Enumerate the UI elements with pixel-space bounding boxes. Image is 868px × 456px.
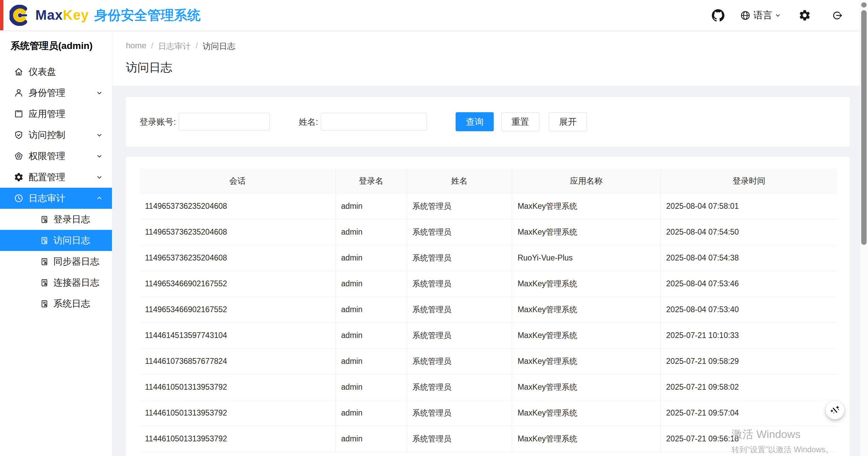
settings-icon[interactable] [798,9,811,22]
sidebar-item-label: 访问日志 [53,234,90,247]
chevron-down-icon [774,12,781,19]
cell-name: 系统管理员 [407,271,512,297]
table-row: 1149653736235204608 admin 系统管理员 MaxKey管理… [140,219,837,245]
cell-login-time: 2025-07-21 09:58:02 [660,374,837,400]
sidebar-item-label: 访问控制 [29,129,65,141]
chevron-down-icon [96,173,103,181]
logout-icon[interactable] [832,10,843,21]
sidebar-item-label: 登录日志 [53,213,90,225]
col-session: 会话 [140,169,335,193]
cell-session: 1149653466902167552 [140,271,335,297]
language-selector[interactable]: 语言 [740,9,781,22]
apps-icon [14,109,24,119]
log-table-panel: 会话 登录名 姓名 应用名称 登录时间 1149653736235204608 … [126,157,850,456]
breadcrumb-home[interactable]: home [126,41,146,52]
sidebar-item-applications[interactable]: 应用管理 [0,103,112,124]
cell-app-name: MaxKey管理系统 [512,400,661,426]
windows-activation-watermark: 激活 Windows 转到“设置”以激活 Windows。 [732,427,833,455]
sidebar-item-system-log[interactable]: 系统日志 [0,293,112,314]
cell-name: 系统管理员 [407,374,512,400]
sidebar-item-synchronizer-log[interactable]: 同步器日志 [0,251,112,272]
brand-key: Key [63,7,89,22]
table-row: 1149653736235204608 admin 系统管理员 MaxKey管理… [140,193,837,219]
table-row: 1144610501313953792 admin 系统管理员 MaxKey管理… [140,374,837,400]
cell-session: 1144614513597743104 [140,322,335,348]
sidebar-item-login-log[interactable]: 登录日志 [0,209,112,230]
col-login-time: 登录时间 [660,169,837,193]
cell-app-name: MaxKey管理系统 [512,297,661,322]
content-area: 登录账号: 姓名: 查询 重置 展开 会话 登录名 姓名 应用名称 [112,86,860,456]
cell-session: 1144610501313953792 [140,374,335,400]
sidebar-item-access-control[interactable]: 访问控制 [0,124,112,146]
table-row: 1144610736857677824 admin 系统管理员 MaxKey管理… [140,348,837,374]
cell-login-time: 2025-07-21 09:57:04 [660,400,837,426]
log-document-icon [40,299,49,308]
access-log-table: 会话 登录名 姓名 应用名称 登录时间 1149653736235204608 … [140,169,837,452]
cell-login-name: admin [335,245,407,271]
main-content: home / 日志审计 / 访问日志 访问日志 登录账号: 姓名: 查询 重置 … [112,31,860,456]
breadcrumb-separator: / [196,41,198,52]
page-head: home / 日志审计 / 访问日志 访问日志 [112,31,860,86]
sidebar-item-log-audit[interactable]: 日志审计 [0,188,112,209]
page-title: 访问日志 [126,60,860,75]
sidebar-item-label: 应用管理 [29,108,65,120]
scrollbar-thumb[interactable] [861,10,867,245]
cell-app-name: MaxKey管理系统 [512,374,661,400]
cell-session: 1149653466902167552 [140,297,335,322]
cell-name: 系统管理员 [407,245,512,271]
sidebar-item-connector-log[interactable]: 连接器日志 [0,272,112,293]
sidebar-item-label: 身份管理 [29,87,65,99]
cell-session: 1149653736235204608 [140,219,335,245]
scrollbar-nub [861,2,867,7]
account-label: 登录账号: [140,116,176,128]
scrollbar-track [860,0,868,456]
github-icon[interactable] [712,9,724,22]
sidebar-item-dashboard[interactable]: 仪表盘 [0,61,112,82]
cell-login-name: admin [335,400,407,426]
cell-login-name: admin [335,374,407,400]
sidebar-item-label: 连接器日志 [53,276,99,289]
magic-wand-button[interactable] [826,401,844,419]
expand-button[interactable]: 展开 [549,112,587,131]
name-input[interactable] [321,113,427,131]
cell-login-time: 2025-08-04 07:53:40 [660,297,837,322]
cell-app-name: MaxKey管理系统 [512,219,661,245]
sidebar-item-label: 仪表盘 [29,66,56,78]
sidebar-item-identity[interactable]: 身份管理 [0,82,112,103]
chevron-up-icon [96,195,103,202]
cell-name: 系统管理员 [407,348,512,374]
cell-login-name: admin [335,193,407,219]
brand-suffix: 身份安全管理系统 [94,6,200,24]
cell-login-name: admin [335,271,407,297]
reset-button[interactable]: 重置 [501,112,539,131]
breadcrumb-log-audit[interactable]: 日志审计 [158,41,191,52]
maxkey-logo-icon [10,5,31,26]
cell-session: 1149653736235204608 [140,245,335,271]
brand-logo: MaxKey 身份安全管理系统 [10,5,200,26]
sidebar-item-configuration[interactable]: 配置管理 [0,167,112,188]
user-icon [14,88,24,98]
clock-icon [14,193,24,203]
cell-session: 1144610501313953792 [140,400,335,426]
breadcrumb-separator: / [151,41,153,52]
sidebar-item-label: 系统日志 [53,298,90,310]
cell-login-time: 2025-07-21 09:58:29 [660,348,837,374]
cell-login-time: 2025-07-21 10:10:33 [660,322,837,348]
log-document-icon [40,236,49,245]
login-account-input[interactable] [179,113,270,131]
cell-app-name: MaxKey管理系统 [512,348,661,374]
sidebar-item-label: 日志审计 [29,192,65,204]
sidebar-item-permissions[interactable]: 权限管理 [0,146,112,167]
cell-session: 1149653736235204608 [140,193,335,219]
col-login-name: 登录名 [335,169,407,193]
language-label: 语言 [753,9,772,22]
cell-name: 系统管理员 [407,297,512,322]
cell-app-name: MaxKey管理系统 [512,322,661,348]
query-button[interactable]: 查询 [456,112,494,131]
log-document-icon [40,215,49,224]
sidebar-item-label: 权限管理 [29,150,65,162]
chevron-down-icon [96,89,103,97]
col-app-name: 应用名称 [512,169,661,193]
sidebar-item-access-log[interactable]: 访问日志 [0,230,112,251]
cell-session: 1144610736857677824 [140,348,335,374]
